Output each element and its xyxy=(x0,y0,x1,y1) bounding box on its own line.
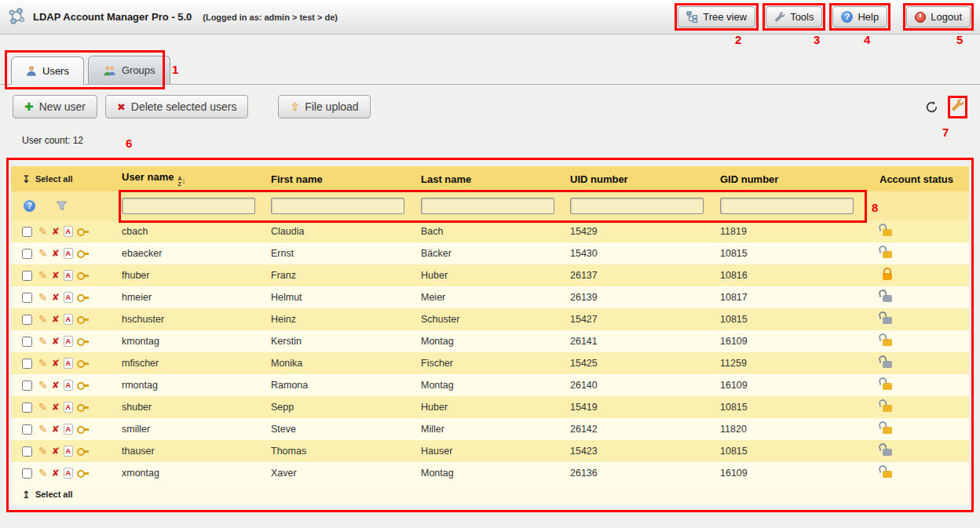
row-delete-icon[interactable]: ✘ xyxy=(52,248,60,259)
pdf-icon[interactable]: A xyxy=(64,248,73,259)
pdf-icon[interactable]: A xyxy=(64,468,73,479)
pdf-icon[interactable]: A xyxy=(64,270,73,281)
pdf-icon[interactable]: A xyxy=(64,292,73,303)
password-key-icon[interactable] xyxy=(77,228,89,235)
file-upload-button[interactable]: ⇧ File upload xyxy=(278,95,370,118)
pdf-icon[interactable]: A xyxy=(64,402,73,413)
password-key-icon[interactable] xyxy=(77,294,89,300)
row-checkbox[interactable] xyxy=(22,359,32,369)
row-checkbox[interactable] xyxy=(22,227,32,237)
column-header-first-name[interactable]: First name xyxy=(271,173,421,185)
help-label: Help xyxy=(858,11,879,23)
logout-label: Logout xyxy=(931,11,962,23)
row-delete-icon[interactable]: ✘ xyxy=(52,226,60,237)
row-checkbox[interactable] xyxy=(22,249,32,259)
edit-icon[interactable]: ✎ xyxy=(38,292,48,303)
edit-icon[interactable]: ✎ xyxy=(38,226,48,237)
tools-button[interactable]: Tools xyxy=(766,6,822,27)
row-checkbox[interactable] xyxy=(22,271,32,281)
edit-icon[interactable]: ✎ xyxy=(38,424,48,435)
column-header-last-name[interactable]: Last name xyxy=(421,173,570,185)
account-status-icon xyxy=(883,273,892,280)
filter-help-icon[interactable]: ? xyxy=(24,200,35,212)
delete-selected-users-button[interactable]: ✖ Delete selected users xyxy=(105,95,249,118)
help-icon: ? xyxy=(841,11,853,23)
filter-input-first-name[interactable] xyxy=(271,198,404,214)
help-button[interactable]: ? Help xyxy=(832,6,887,27)
logout-button[interactable]: Logout xyxy=(906,6,971,27)
uid-cell: 15419 xyxy=(570,402,720,413)
password-key-icon[interactable] xyxy=(77,338,89,344)
column-header-uid-number[interactable]: UID number xyxy=(570,173,720,185)
table-row: ✎ ✘ A kmontag Kerstin Montag 26141 16109 xyxy=(11,330,969,352)
filter-input-last-name[interactable] xyxy=(421,198,554,214)
new-user-button[interactable]: ✚ New user xyxy=(13,95,97,118)
row-delete-icon[interactable]: ✘ xyxy=(52,446,60,457)
gid-cell: 10815 xyxy=(720,314,879,325)
password-key-icon[interactable] xyxy=(77,382,89,388)
row-delete-icon[interactable]: ✘ xyxy=(52,358,60,369)
edit-icon[interactable]: ✎ xyxy=(38,468,48,479)
row-delete-icon[interactable]: ✘ xyxy=(52,292,60,303)
row-delete-icon[interactable]: ✘ xyxy=(52,380,60,391)
pdf-icon[interactable]: A xyxy=(64,314,73,325)
pdf-icon[interactable]: A xyxy=(64,380,73,391)
row-delete-icon[interactable]: ✘ xyxy=(52,468,60,479)
firstname-cell: Monika xyxy=(271,358,421,369)
edit-icon[interactable]: ✎ xyxy=(38,380,48,391)
password-key-icon[interactable] xyxy=(77,426,89,432)
edit-icon[interactable]: ✎ xyxy=(38,358,48,369)
filter-input-uid-number[interactable] xyxy=(570,198,704,214)
edit-icon[interactable]: ✎ xyxy=(38,336,48,347)
row-delete-icon[interactable]: ✘ xyxy=(52,424,60,435)
tab-groups[interactable]: Groups xyxy=(88,56,170,84)
edit-icon[interactable]: ✎ xyxy=(38,270,48,281)
row-delete-icon[interactable]: ✘ xyxy=(52,270,60,281)
tree-view-button[interactable]: Tree view xyxy=(678,6,755,27)
edit-icon[interactable]: ✎ xyxy=(38,248,48,259)
lastname-cell: Meier xyxy=(421,292,570,303)
row-checkbox[interactable] xyxy=(22,424,32,435)
password-key-icon[interactable] xyxy=(77,404,89,410)
pdf-icon[interactable]: A xyxy=(64,424,73,435)
pdf-icon[interactable]: A xyxy=(64,336,73,347)
filter-input-user-name[interactable] xyxy=(122,198,255,214)
column-header-user-name[interactable]: User nameAZ↓ xyxy=(122,171,271,187)
lastname-cell: Montag xyxy=(421,468,570,479)
row-delete-icon[interactable]: ✘ xyxy=(52,314,60,325)
row-checkbox[interactable] xyxy=(22,468,32,479)
edit-icon[interactable]: ✎ xyxy=(38,402,48,413)
table-row: ✎ ✘ A thauser Thomas Hauser 15423 10815 xyxy=(11,440,969,462)
column-header-gid-number[interactable]: GID number xyxy=(720,173,879,185)
password-key-icon[interactable] xyxy=(77,272,89,279)
password-key-icon[interactable] xyxy=(77,360,89,366)
row-checkbox[interactable] xyxy=(22,446,32,457)
row-delete-icon[interactable]: ✘ xyxy=(52,402,60,413)
tab-users[interactable]: Users xyxy=(11,56,84,85)
row-checkbox[interactable] xyxy=(22,381,32,391)
plus-icon: ✚ xyxy=(24,100,34,113)
logout-icon xyxy=(915,12,926,23)
sort-icon[interactable]: AZ↓ xyxy=(177,176,185,187)
pdf-icon[interactable]: A xyxy=(64,226,73,237)
password-key-icon[interactable] xyxy=(77,250,89,257)
pdf-icon[interactable]: A xyxy=(64,358,73,369)
password-key-icon[interactable] xyxy=(77,448,89,454)
row-checkbox[interactable] xyxy=(22,337,32,347)
row-checkbox[interactable] xyxy=(22,293,32,303)
select-all-bottom[interactable]: ↥ Select all xyxy=(11,489,122,501)
password-key-icon[interactable] xyxy=(77,316,89,322)
edit-icon[interactable]: ✎ xyxy=(38,446,48,457)
row-checkbox[interactable] xyxy=(22,315,32,325)
select-all-top[interactable]: ↧ Select all xyxy=(11,173,122,185)
password-key-icon[interactable] xyxy=(77,470,89,476)
table-settings-button[interactable] xyxy=(951,99,964,112)
row-delete-icon[interactable]: ✘ xyxy=(52,336,60,347)
edit-icon[interactable]: ✎ xyxy=(38,314,48,325)
filter-funnel-icon[interactable] xyxy=(56,201,68,211)
refresh-button[interactable] xyxy=(925,100,938,114)
row-checkbox[interactable] xyxy=(22,402,32,413)
username-cell: hmeier xyxy=(122,292,271,303)
filter-input-gid-number[interactable] xyxy=(720,198,854,214)
pdf-icon[interactable]: A xyxy=(64,446,73,457)
